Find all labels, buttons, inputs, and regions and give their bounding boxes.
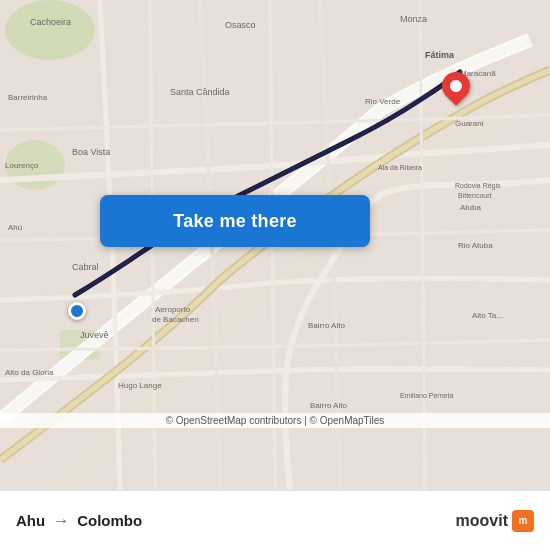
svg-text:Fátima: Fátima [425,50,455,60]
moovit-logo: moovit m [456,510,534,532]
origin-marker [68,302,86,320]
destination-marker [442,72,470,108]
svg-point-1 [5,0,95,60]
svg-text:Barreirinha: Barreirinha [8,93,48,102]
svg-text:Rio Atuba: Rio Atuba [458,241,493,250]
svg-text:Atuba: Atuba [460,203,481,212]
svg-text:Lourenço: Lourenço [5,161,39,170]
svg-text:Alto da Gloria: Alto da Gloria [5,368,54,377]
svg-text:Juvevê: Juvevê [80,330,109,340]
svg-text:Bairro Alto: Bairro Alto [310,401,347,410]
svg-text:Ala da Ribeira: Ala da Ribeira [378,164,422,171]
origin-name: Ahu [16,512,45,529]
moovit-icon: m [512,510,534,532]
take-me-there-button[interactable]: Take me there [100,195,370,247]
bottom-bar: Ahu → Colombo moovit m [0,490,550,550]
take-me-there-label: Take me there [173,211,297,232]
svg-text:Rio Verde: Rio Verde [365,97,401,106]
svg-text:Cachoeira: Cachoeira [30,17,71,27]
route-info: Ahu → Colombo [16,512,456,530]
map-container: Cachoeira Osasco Monza Fátima Barreirinh… [0,0,550,490]
destination-name: Colombo [77,512,142,529]
svg-text:Osasco: Osasco [225,20,256,30]
svg-text:Ahú: Ahú [8,223,22,232]
svg-text:Aeroporto: Aeroporto [155,305,191,314]
svg-text:Bittencourt: Bittencourt [458,192,492,199]
svg-text:Rodovia Régis: Rodovia Régis [455,182,501,190]
svg-text:Alto Ta...: Alto Ta... [472,311,503,320]
svg-text:Emiliano Perneta: Emiliano Perneta [400,392,453,399]
svg-text:de Bacacheri: de Bacacheri [152,315,199,324]
svg-text:Boa Vista: Boa Vista [72,147,110,157]
map-attribution: © OpenStreetMap contributors | © OpenMap… [0,413,550,428]
svg-text:Monza: Monza [400,14,427,24]
route-arrow: → [53,512,69,530]
svg-text:Santa Cândida: Santa Cândida [170,87,230,97]
svg-text:Bairro Alto: Bairro Alto [308,321,345,330]
attribution-text: © OpenStreetMap contributors | © OpenMap… [166,415,385,426]
svg-text:Cabral: Cabral [72,262,99,272]
moovit-text: moovit [456,512,508,530]
svg-text:Guarani: Guarani [455,119,484,128]
svg-text:Hugo Lange: Hugo Lange [118,381,162,390]
